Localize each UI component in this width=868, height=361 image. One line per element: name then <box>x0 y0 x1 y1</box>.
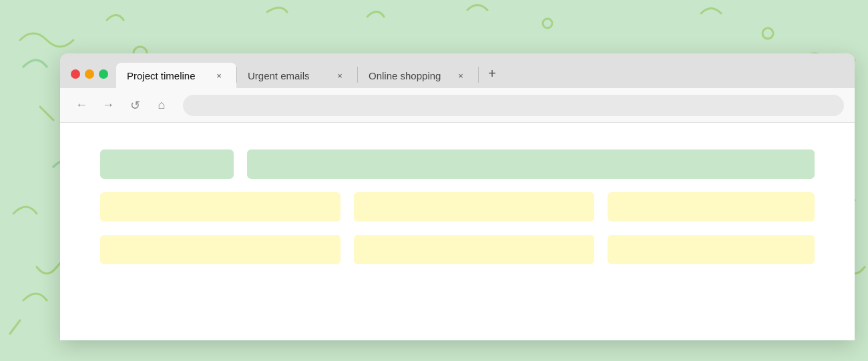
content-block-yellow-3 <box>608 192 815 222</box>
svg-point-2 <box>543 19 552 28</box>
tab-project-timeline[interactable]: Project timeline × <box>116 63 236 88</box>
traffic-light-green[interactable] <box>99 69 108 79</box>
home-button[interactable]: ⌂ <box>151 95 172 116</box>
content-row-3 <box>100 235 815 264</box>
page-content <box>60 123 855 340</box>
content-block-yellow-2 <box>354 192 594 222</box>
content-block-yellow-1 <box>100 192 341 222</box>
traffic-light-yellow[interactable] <box>85 69 94 79</box>
content-block-yellow-4 <box>100 235 341 264</box>
tab-online-shopping-close[interactable]: × <box>454 69 467 82</box>
content-block-green-small <box>100 149 234 179</box>
content-block-yellow-6 <box>608 235 815 264</box>
tab-urgent-emails-label: Urgent emails <box>248 70 327 81</box>
tab-online-shopping-label: Online shopping <box>369 70 447 81</box>
address-bar[interactable] <box>183 95 844 116</box>
new-tab-button[interactable]: + <box>481 63 503 84</box>
back-button[interactable]: ← <box>71 95 92 116</box>
content-row-2 <box>100 192 815 222</box>
tab-project-timeline-close[interactable]: × <box>212 69 226 82</box>
content-row-1 <box>100 149 815 179</box>
tab-divider-3 <box>478 67 479 83</box>
content-block-green-large <box>247 149 815 179</box>
svg-point-1 <box>763 28 773 39</box>
forward-button[interactable]: → <box>97 95 119 116</box>
nav-bar: ← → ↺ ⌂ <box>60 88 855 123</box>
tab-urgent-emails[interactable]: Urgent emails × <box>237 63 357 88</box>
tab-online-shopping[interactable]: Online shopping × <box>358 63 478 88</box>
browser-window: Project timeline × Urgent emails × Onlin… <box>60 53 855 340</box>
tab-project-timeline-label: Project timeline <box>127 70 206 81</box>
tab-urgent-emails-close[interactable]: × <box>333 69 347 82</box>
content-block-yellow-5 <box>354 235 594 264</box>
reload-button[interactable]: ↺ <box>124 95 146 116</box>
tab-bar: Project timeline × Urgent emails × Onlin… <box>60 53 855 88</box>
traffic-lights <box>71 69 108 88</box>
traffic-light-red[interactable] <box>71 69 80 79</box>
